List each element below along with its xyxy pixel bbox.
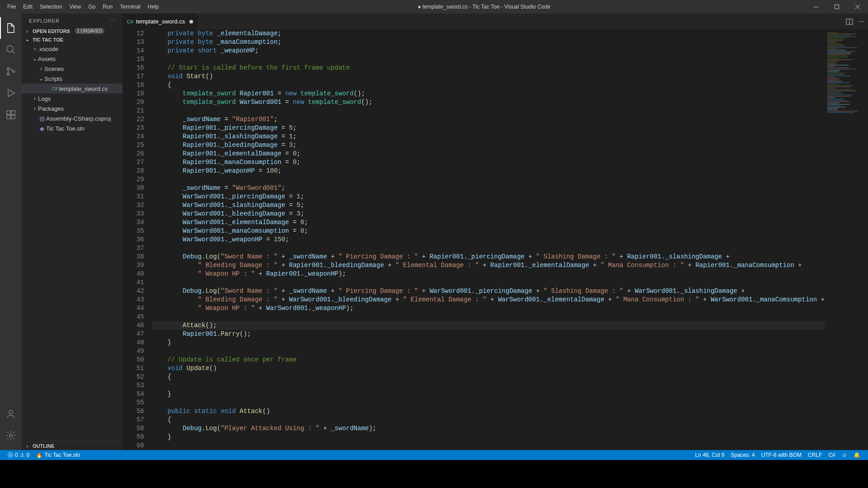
tree-item-label: Assets xyxy=(38,56,56,62)
svg-rect-10 xyxy=(7,111,10,114)
outline-section[interactable]: › OUTLINE xyxy=(22,441,123,450)
menu-file[interactable]: File xyxy=(4,1,19,13)
tree-item-label: .vscode xyxy=(38,46,58,52)
titlebar: FileEditSelectionViewGoRunTerminalHelp ●… xyxy=(0,0,868,14)
csharp-file-icon: C# xyxy=(51,86,59,91)
window-title: ● template_sword.cs - Tic Tac Toe - Visu… xyxy=(162,4,806,10)
status-errors[interactable]: ⓧ0 ⚠0 xyxy=(5,451,33,459)
line-gutter: 1213141516171819202122232425262728293031… xyxy=(123,29,152,450)
status-feedback-icon[interactable]: ☺ xyxy=(839,452,850,458)
modified-dot-icon xyxy=(189,20,193,23)
code-content[interactable]: private byte _elementalDamage; private b… xyxy=(152,29,825,450)
svg-point-14 xyxy=(9,410,13,414)
close-button[interactable] xyxy=(847,0,868,14)
svg-point-6 xyxy=(7,68,9,70)
editor-area: C# template_sword.cs ⋯ 12131415161718192… xyxy=(123,14,868,450)
folder-logs[interactable]: ›Logs xyxy=(22,94,123,103)
svg-rect-11 xyxy=(11,111,15,114)
folder--vscode[interactable]: ›.vscode xyxy=(22,44,123,54)
more-actions-icon[interactable]: ⋯ xyxy=(859,18,864,25)
run-debug-icon[interactable] xyxy=(0,82,22,104)
file-tree: ›.vscode⌄Assets›Scenes⌄ScriptsC#template… xyxy=(22,44,123,441)
activity-bar xyxy=(0,14,22,450)
project-root[interactable]: ⌄ TIC TAC TOE xyxy=(22,35,123,44)
open-editors-section[interactable]: › OPEN EDITORS 1 UNSAVED xyxy=(22,27,123,35)
extensions-icon[interactable] xyxy=(0,104,22,126)
status-bell-icon[interactable]: 🔔 xyxy=(850,452,863,458)
svg-rect-12 xyxy=(7,115,10,119)
menu-run[interactable]: Run xyxy=(99,1,116,13)
minimap[interactable] xyxy=(825,29,868,450)
menu-selection[interactable]: Selection xyxy=(36,1,66,13)
status-eol[interactable]: CRLF xyxy=(805,452,825,458)
editor-tabs: C# template_sword.cs ⋯ xyxy=(123,14,868,29)
explorer-title: EXPLORER ⋯ xyxy=(22,14,123,27)
svg-point-4 xyxy=(7,46,13,52)
menu-terminal[interactable]: Terminal xyxy=(116,1,144,13)
warning-icon: ⚠ xyxy=(20,452,25,458)
menu-help[interactable]: Help xyxy=(144,1,163,13)
solution-file-icon: ◆ xyxy=(38,125,46,132)
explorer-sidebar: EXPLORER ⋯ › OPEN EDITORS 1 UNSAVED ⌄ TI… xyxy=(22,14,123,450)
window-controls xyxy=(806,0,868,14)
tree-item-label: Tic Tac Toe.sln xyxy=(46,125,85,132)
explorer-icon[interactable] xyxy=(0,17,22,39)
error-icon: ⓧ xyxy=(8,451,13,459)
unsaved-badge: 1 UNSAVED xyxy=(75,28,104,34)
accounts-icon[interactable] xyxy=(0,403,22,425)
svg-line-5 xyxy=(12,51,15,54)
settings-gear-icon[interactable] xyxy=(0,425,22,446)
svg-point-7 xyxy=(7,73,9,75)
maximize-button[interactable] xyxy=(826,0,847,14)
menu-view[interactable]: View xyxy=(66,1,85,13)
svg-rect-0 xyxy=(814,7,818,7)
status-lang[interactable]: C# xyxy=(825,452,838,458)
svg-rect-1 xyxy=(835,5,839,9)
tab-template-sword[interactable]: C# template_sword.cs xyxy=(123,14,198,29)
svg-point-15 xyxy=(9,434,12,437)
status-bar: ⓧ0 ⚠0 🔥Tic Tac Toe.sln Ln 46, Col 9 Spac… xyxy=(0,450,868,460)
menu-edit[interactable]: Edit xyxy=(19,1,36,13)
tree-item-label: Scripts xyxy=(44,75,62,82)
status-ln-col[interactable]: Ln 46, Col 9 xyxy=(692,452,728,458)
flame-icon: 🔥 xyxy=(36,452,42,458)
svg-point-8 xyxy=(13,70,15,73)
status-spaces[interactable]: Spaces: 4 xyxy=(727,452,758,458)
file-tic-tac-toe-sln[interactable]: ◆Tic Tac Toe.sln xyxy=(22,123,123,133)
csproj-file-icon: ▧ xyxy=(38,115,46,122)
svg-rect-13 xyxy=(11,115,15,119)
svg-marker-9 xyxy=(8,89,14,97)
tab-label: template_sword.cs xyxy=(136,18,185,25)
search-icon[interactable] xyxy=(0,39,22,61)
menu-go[interactable]: Go xyxy=(85,1,99,13)
tree-item-label: Scenes xyxy=(44,66,64,72)
tree-item-label: Assembly-CSharp.csproj xyxy=(46,115,111,122)
source-control-icon[interactable] xyxy=(0,61,22,82)
menubar: FileEditSelectionViewGoRunTerminalHelp xyxy=(0,1,162,13)
folder-scripts[interactable]: ⌄Scripts xyxy=(22,74,123,84)
folder-packages[interactable]: ›Packages xyxy=(22,103,123,113)
csharp-file-icon: C# xyxy=(127,19,133,24)
code-editor[interactable]: 1213141516171819202122232425262728293031… xyxy=(123,29,868,450)
folder-assets[interactable]: ⌄Assets xyxy=(22,54,123,64)
status-encoding[interactable]: UTF-8 with BOM xyxy=(758,452,805,458)
desktop-area xyxy=(0,460,868,488)
tree-item-label: Logs xyxy=(38,95,51,102)
more-icon[interactable]: ⋯ xyxy=(110,18,115,24)
file-assembly-csharp-csproj[interactable]: ▧Assembly-CSharp.csproj xyxy=(22,113,123,123)
folder-scenes[interactable]: ›Scenes xyxy=(22,64,123,74)
tree-item-label: Packages xyxy=(38,105,64,112)
tree-item-label: template_sword.cs xyxy=(59,85,108,92)
file-template-sword-cs[interactable]: C#template_sword.cs xyxy=(22,84,123,94)
minimize-button[interactable] xyxy=(806,0,826,14)
split-editor-icon[interactable] xyxy=(846,18,853,25)
status-project[interactable]: 🔥Tic Tac Toe.sln xyxy=(33,452,83,458)
